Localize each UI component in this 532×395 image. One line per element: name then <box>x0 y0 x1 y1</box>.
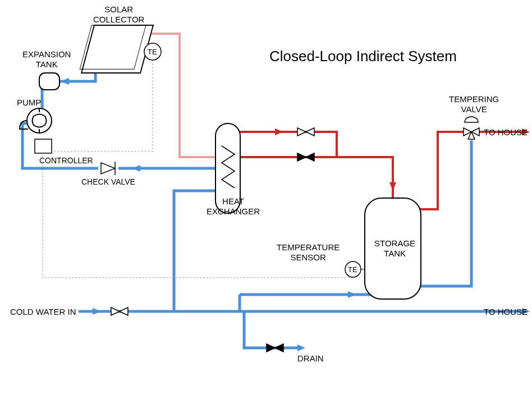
label-te2: TE <box>348 265 357 274</box>
svg-marker-8 <box>297 345 305 351</box>
label-temperature-sensor: TEMPERATURE SENSOR <box>277 242 340 263</box>
label-solar-collector: SOLAR COLLECTOR <box>93 4 144 25</box>
svg-marker-24 <box>111 307 120 315</box>
check-valve-symbol <box>98 162 118 175</box>
svg-marker-27 <box>275 344 283 352</box>
cold-lines <box>22 39 522 348</box>
svg-marker-3 <box>93 308 101 315</box>
label-controller: CONTROLLER <box>39 156 93 166</box>
pump-symbol <box>20 108 52 133</box>
diagram-title: Closed-Loop Indirect System <box>269 48 457 65</box>
svg-marker-20 <box>297 128 306 136</box>
expansion-tank-symbol <box>39 73 59 90</box>
svg-marker-25 <box>120 307 128 315</box>
svg-marker-0 <box>275 128 283 135</box>
solar-collector-symbol <box>80 25 153 73</box>
label-cold-water-in: COLD WATER IN <box>10 307 76 317</box>
label-drain: DRAIN <box>297 353 324 364</box>
label-check-valve: CHECK VALVE <box>81 177 135 187</box>
svg-marker-21 <box>306 128 314 136</box>
label-to-house-1: TO HOUSE <box>484 127 528 137</box>
controller-symbol <box>35 139 52 153</box>
svg-marker-6 <box>61 78 69 85</box>
tempering-valve-symbol <box>464 117 479 139</box>
label-pump: PUMP <box>17 98 41 108</box>
svg-marker-9 <box>348 291 356 298</box>
svg-marker-22 <box>297 153 306 161</box>
svg-marker-7 <box>132 165 140 172</box>
label-te1: TE <box>148 48 157 57</box>
label-storage-tank: STORAGE TANK <box>374 238 415 259</box>
blue-arrows <box>61 37 530 351</box>
svg-marker-10 <box>81 25 153 73</box>
label-tempering-valve: TEMPERING VALVE <box>449 94 499 114</box>
inline-valves <box>111 128 314 352</box>
svg-marker-1 <box>389 182 396 191</box>
svg-marker-26 <box>267 344 275 352</box>
label-heat-exchanger: HEAT EXCHANGER <box>207 196 260 217</box>
label-expansion-tank: EXPANSION TANK <box>22 49 71 70</box>
label-to-house-2: TO HOUSE <box>484 307 528 317</box>
svg-marker-23 <box>306 153 314 161</box>
